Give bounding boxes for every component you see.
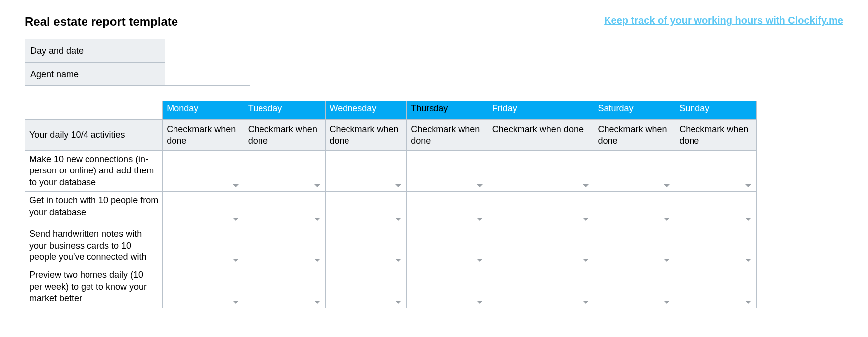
activities-column-header: Your daily 10/4 activities <box>25 120 163 151</box>
checkmark-header-sun: Checkmark when done <box>675 120 757 151</box>
meta-values-cell[interactable] <box>165 39 250 86</box>
table-row: Send handwritten notes with your busines… <box>25 225 757 266</box>
dropdown-cell[interactable] <box>594 225 675 266</box>
chevron-down-icon[interactable] <box>233 184 239 187</box>
dropdown-cell[interactable] <box>594 192 675 225</box>
activities-grid: Monday Tuesday Wednesday Thursday Friday… <box>25 101 757 308</box>
chevron-down-icon[interactable] <box>314 259 320 262</box>
chevron-down-icon[interactable] <box>664 218 670 221</box>
dropdown-cell[interactable] <box>675 192 757 225</box>
day-header-wednesday: Wednesday <box>325 101 407 120</box>
dropdown-cell[interactable] <box>163 266 244 308</box>
dropdown-cell[interactable] <box>407 266 488 308</box>
dropdown-cell[interactable] <box>407 225 488 266</box>
chevron-down-icon[interactable] <box>314 218 320 221</box>
checkmark-header-thu: Checkmark when done <box>407 120 488 151</box>
dropdown-cell[interactable] <box>675 225 757 266</box>
chevron-down-icon[interactable] <box>745 218 751 221</box>
chevron-down-icon[interactable] <box>233 259 239 262</box>
chevron-down-icon[interactable] <box>745 184 751 187</box>
chevron-down-icon[interactable] <box>664 301 670 304</box>
day-header-monday: Monday <box>163 101 244 120</box>
empty-corner-cell <box>25 101 163 120</box>
day-header-row: Monday Tuesday Wednesday Thursday Friday… <box>25 101 757 120</box>
chevron-down-icon[interactable] <box>583 184 589 187</box>
chevron-down-icon[interactable] <box>395 259 401 262</box>
table-row: Make 10 new connections (in-person or on… <box>25 151 757 192</box>
checkmark-header-tue: Checkmark when done <box>244 120 325 151</box>
dropdown-cell[interactable] <box>488 192 594 225</box>
page-title: Real estate report template <box>25 15 178 29</box>
meta-day-date-label: Day and date <box>25 39 165 63</box>
activity-label: Get in touch with 10 people from your da… <box>25 192 163 225</box>
chevron-down-icon[interactable] <box>664 184 670 187</box>
dropdown-cell[interactable] <box>163 151 244 192</box>
chevron-down-icon[interactable] <box>477 301 483 304</box>
dropdown-cell[interactable] <box>488 225 594 266</box>
dropdown-cell[interactable] <box>244 192 325 225</box>
dropdown-cell[interactable] <box>407 151 488 192</box>
activity-label: Send handwritten notes with your busines… <box>25 225 163 266</box>
checkmark-header-sat: Checkmark when done <box>594 120 675 151</box>
table-row: Get in touch with 10 people from your da… <box>25 192 757 225</box>
dropdown-cell[interactable] <box>163 192 244 225</box>
dropdown-cell[interactable] <box>594 266 675 308</box>
chevron-down-icon[interactable] <box>745 259 751 262</box>
meta-table: Day and date Agent name <box>25 39 250 86</box>
day-header-tuesday: Tuesday <box>244 101 325 120</box>
dropdown-cell[interactable] <box>488 266 594 308</box>
chevron-down-icon[interactable] <box>395 184 401 187</box>
dropdown-cell[interactable] <box>325 192 407 225</box>
chevron-down-icon[interactable] <box>395 301 401 304</box>
day-header-friday: Friday <box>488 101 594 120</box>
meta-agent-name-label: Agent name <box>25 63 165 86</box>
chevron-down-icon[interactable] <box>314 184 320 187</box>
subheader-row: Your daily 10/4 activities Checkmark whe… <box>25 120 757 151</box>
chevron-down-icon[interactable] <box>477 218 483 221</box>
chevron-down-icon[interactable] <box>477 259 483 262</box>
dropdown-cell[interactable] <box>163 225 244 266</box>
chevron-down-icon[interactable] <box>583 301 589 304</box>
checkmark-header-mon: Checkmark when done <box>163 120 244 151</box>
dropdown-cell[interactable] <box>244 225 325 266</box>
clockify-promo-link[interactable]: Keep track of your working hours with Cl… <box>604 15 843 26</box>
chevron-down-icon[interactable] <box>233 218 239 221</box>
dropdown-cell[interactable] <box>594 151 675 192</box>
checkmark-header-fri: Checkmark when done <box>488 120 594 151</box>
chevron-down-icon[interactable] <box>395 218 401 221</box>
chevron-down-icon[interactable] <box>583 259 589 262</box>
day-header-thursday: Thursday <box>407 101 488 120</box>
chevron-down-icon[interactable] <box>745 301 751 304</box>
dropdown-cell[interactable] <box>407 192 488 225</box>
chevron-down-icon[interactable] <box>233 301 239 304</box>
dropdown-cell[interactable] <box>325 225 407 266</box>
dropdown-cell[interactable] <box>325 151 407 192</box>
activity-label: Make 10 new connections (in-person or on… <box>25 151 163 192</box>
chevron-down-icon[interactable] <box>664 259 670 262</box>
dropdown-cell[interactable] <box>675 151 757 192</box>
dropdown-cell[interactable] <box>675 266 757 308</box>
dropdown-cell[interactable] <box>244 266 325 308</box>
day-header-sunday: Sunday <box>675 101 757 120</box>
checkmark-header-wed: Checkmark when done <box>325 120 407 151</box>
day-header-saturday: Saturday <box>594 101 675 120</box>
dropdown-cell[interactable] <box>488 151 594 192</box>
dropdown-cell[interactable] <box>244 151 325 192</box>
dropdown-cell[interactable] <box>325 266 407 308</box>
chevron-down-icon[interactable] <box>477 184 483 187</box>
chevron-down-icon[interactable] <box>314 301 320 304</box>
table-row: Preview two homes daily (10 per week) to… <box>25 266 757 308</box>
chevron-down-icon[interactable] <box>583 218 589 221</box>
activity-label: Preview two homes daily (10 per week) to… <box>25 266 163 308</box>
